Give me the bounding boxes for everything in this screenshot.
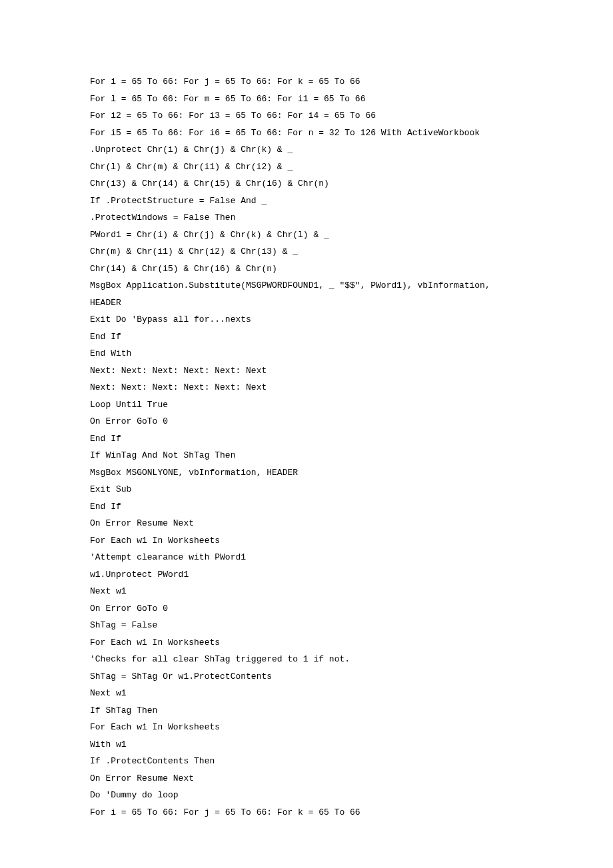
code-line: For i5 = 65 To 66: For i6 = 65 To 66: Fo… bbox=[90, 125, 523, 142]
code-line: For Each w1 In Worksheets bbox=[90, 532, 523, 550]
code-line: On Error Resume Next bbox=[90, 515, 523, 532]
code-line: For i = 65 To 66: For j = 65 To 66: For … bbox=[90, 73, 523, 91]
code-line: 'Checks for all clear ShTag triggered to… bbox=[90, 651, 523, 668]
code-line: MsgBox MSGONLYONE, vbInformation, HEADER bbox=[90, 464, 523, 482]
code-line: If ShTag Then bbox=[90, 702, 523, 719]
code-line: For i = 65 To 66: For j = 65 To 66: For … bbox=[90, 804, 523, 821]
code-line: If .ProtectStructure = False And _ bbox=[90, 193, 523, 210]
code-document-page: For i = 65 To 66: For j = 65 To 66: For … bbox=[0, 0, 613, 861]
code-line: On Error GoTo 0 bbox=[90, 413, 523, 430]
code-line: If .ProtectContents Then bbox=[90, 753, 523, 770]
code-line: End If bbox=[90, 498, 523, 516]
code-line: Next w1 bbox=[90, 583, 523, 600]
code-line: On Error Resume Next bbox=[90, 770, 523, 787]
code-line: On Error GoTo 0 bbox=[90, 600, 523, 618]
code-line: End If bbox=[90, 430, 523, 448]
code-line: ShTag = False bbox=[90, 617, 523, 634]
code-line: Chr(i4) & Chr(i5) & Chr(i6) & Chr(n) bbox=[90, 260, 523, 278]
code-line: Chr(i3) & Chr(i4) & Chr(i5) & Chr(i6) & … bbox=[90, 175, 523, 193]
code-line: End If bbox=[90, 328, 523, 346]
code-line: If WinTag And Not ShTag Then bbox=[90, 447, 523, 464]
code-line: .Unprotect Chr(i) & Chr(j) & Chr(k) & _ bbox=[90, 141, 523, 159]
code-line: MsgBox Application.Substitute(MSGPWORDFO… bbox=[90, 277, 523, 294]
code-line: Loop Until True bbox=[90, 396, 523, 414]
code-line: Next w1 bbox=[90, 685, 523, 702]
code-line: For Each w1 In Worksheets bbox=[90, 634, 523, 651]
code-line: Next: Next: Next: Next: Next: Next bbox=[90, 362, 523, 380]
code-line: 'Attempt clearance with PWord1 bbox=[90, 549, 523, 566]
code-line: PWord1 = Chr(i) & Chr(j) & Chr(k) & Chr(… bbox=[90, 226, 523, 244]
code-line: Chr(l) & Chr(m) & Chr(i1) & Chr(i2) & _ bbox=[90, 159, 523, 176]
code-line: HEADER bbox=[90, 294, 523, 312]
code-line: Do 'Dummy do loop bbox=[90, 787, 523, 804]
code-line: Exit Sub bbox=[90, 481, 523, 498]
code-line: For l = 65 To 66: For m = 65 To 66: For … bbox=[90, 91, 523, 108]
code-line: For Each w1 In Worksheets bbox=[90, 719, 523, 736]
code-line: ShTag = ShTag Or w1.ProtectContents bbox=[90, 668, 523, 685]
code-line: Exit Do 'Bypass all for...nexts bbox=[90, 311, 523, 328]
code-line: Next: Next: Next: Next: Next: Next bbox=[90, 379, 523, 396]
code-line: With w1 bbox=[90, 736, 523, 753]
code-line: For i2 = 65 To 66: For i3 = 65 To 66: Fo… bbox=[90, 107, 523, 125]
code-line: Chr(m) & Chr(i1) & Chr(i2) & Chr(i3) & _ bbox=[90, 243, 523, 260]
code-line: End With bbox=[90, 345, 523, 362]
code-line: w1.Unprotect PWord1 bbox=[90, 566, 523, 584]
code-line: .ProtectWindows = False Then bbox=[90, 209, 523, 226]
